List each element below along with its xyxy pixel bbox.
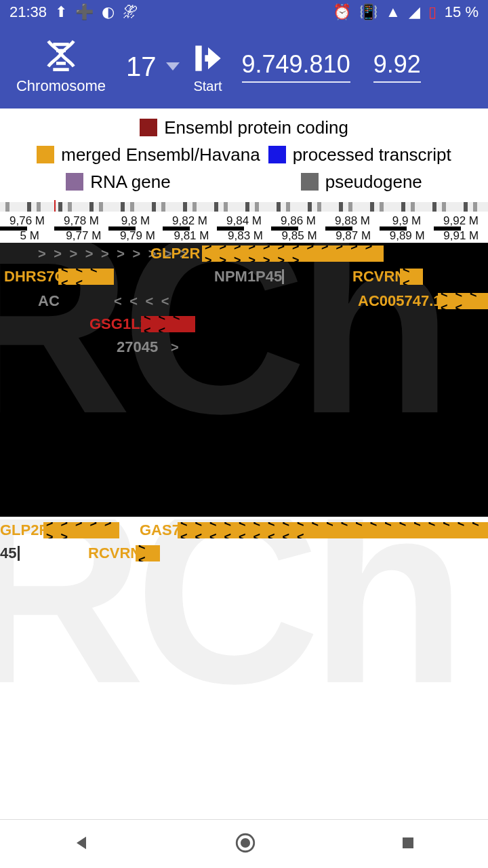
swatch-merged <box>37 146 54 163</box>
gene-element[interactable]: < < < < < <box>438 293 488 309</box>
chromosome-value: 17 <box>126 52 157 82</box>
chromosome-label: Chromosome <box>16 77 106 95</box>
wifi-icon: ▲ <box>386 3 401 21</box>
battery-plus-icon: ➕ <box>75 3 94 21</box>
start-label: Start <box>193 79 222 94</box>
gene-element[interactable]: GLP2R <box>0 521 49 539</box>
gene-track-bottom[interactable]: RCh GLP2R> > > > > > >GAS7< < < < < < < … <box>0 519 488 784</box>
firefox-icon: ◐ <box>102 3 115 21</box>
dna-icon <box>42 38 80 76</box>
battery-icon: ▯ <box>428 3 436 21</box>
axis-tick: 9,77 M <box>57 229 111 243</box>
app-bar: Chromosome 17 Start 9.749.810 9.92 <box>0 24 488 108</box>
axis-tick: 9,85 M <box>272 229 327 243</box>
swatch-ensembl <box>140 119 157 136</box>
gene-element[interactable]: < < < < < < < < < < < < < < < < < < < < … <box>178 522 488 538</box>
gene-element[interactable]: 45 <box>0 545 16 562</box>
gene-element[interactable]: GAS7 <box>140 521 180 539</box>
gene-element[interactable] <box>18 546 20 561</box>
chevron-down-icon <box>166 62 180 71</box>
gene-element[interactable]: < < < < < <box>58 269 114 285</box>
genome-axis[interactable]: 9,76 M9,78 M9,8 M9,82 M9,84 M9,86 M9,88 … <box>0 212 488 243</box>
gene-element[interactable]: RCVRN <box>88 545 141 562</box>
battery-percent: 15 % <box>445 3 479 21</box>
chromosome-selector[interactable]: 17 <box>126 52 180 82</box>
no-cloud-icon: ⛈̸ <box>123 3 138 21</box>
axis-tick: 9,92 M <box>434 214 488 228</box>
android-navbar <box>0 819 488 868</box>
gene-element[interactable]: > > > > > > > <box>43 522 119 538</box>
axis-tick: 9,89 M <box>380 229 434 243</box>
axis-tick: 9,8 M <box>108 214 163 228</box>
vibrate-icon: 📳 <box>359 3 378 21</box>
axis-tick: 9,78 M <box>54 214 108 228</box>
axis-tick: 9,79 M <box>110 229 165 243</box>
gene-element[interactable]: AC <box>38 292 60 310</box>
svg-rect-0 <box>195 45 201 71</box>
ideogram[interactable] <box>0 202 488 212</box>
recents-button[interactable] <box>400 835 416 854</box>
gene-element[interactable]: > <box>171 340 181 355</box>
gene-element[interactable]: < < < < <box>114 294 171 309</box>
svg-point-2 <box>241 837 250 847</box>
gene-element[interactable]: RCVRN <box>352 268 405 285</box>
axis-tick: 9,76 M <box>0 214 54 228</box>
goto-start-icon[interactable] <box>189 39 227 77</box>
axis-tick: 9,82 M <box>163 214 217 228</box>
swatch-processed <box>268 146 286 163</box>
svg-rect-3 <box>403 837 413 848</box>
swatch-rna <box>66 173 83 191</box>
signal-icon: ◢ <box>409 3 420 21</box>
gene-element[interactable]: 27045 <box>117 338 158 356</box>
gene-track-top[interactable]: RCh > > > > > > > > > >GLP2R> > > > > > … <box>0 243 488 517</box>
axis-tick: 5 M <box>3 229 57 243</box>
end-input[interactable]: 9.92 <box>373 50 421 83</box>
start-input[interactable]: 9.749.810 <box>242 50 350 83</box>
axis-tick: 9,86 M <box>271 214 325 228</box>
swatch-pseudo <box>301 173 319 191</box>
back-button[interactable] <box>72 833 91 855</box>
gene-element[interactable]: < < <box>136 545 160 561</box>
gene-element[interactable]: DHRS7C <box>4 268 65 285</box>
clock: 21:38 <box>9 3 47 21</box>
axis-tick: 9,83 M <box>218 229 272 243</box>
axis-tick: 9,88 M <box>325 214 380 228</box>
gene-element[interactable]: < < < < < <box>141 316 195 332</box>
gene-element[interactable]: AC005747.1 <box>358 292 442 310</box>
axis-tick: 9,91 M <box>434 229 489 243</box>
gene-element[interactable]: > > > > > > > > > > > > > > > > > > > <box>202 245 384 262</box>
android-status-bar: 21:38 ⬆ ➕ ◐ ⛈̸ ⏰ 📳 ▲ ◢ ▯ 15 % <box>0 0 488 24</box>
legend: Ensembl protein coding merged Ensembl/Ha… <box>0 108 488 201</box>
axis-tick: 9,9 M <box>380 214 434 228</box>
gene-element[interactable]: GLP2R <box>150 245 200 262</box>
gene-element[interactable]: NPM1P45 <box>214 268 282 285</box>
axis-tick: 9,87 M <box>326 229 380 243</box>
axis-tick: 9,84 M <box>217 214 271 228</box>
alarm-icon: ⏰ <box>333 3 351 21</box>
axis-tick: 9,81 M <box>165 229 219 243</box>
home-button[interactable] <box>234 831 257 857</box>
gene-element[interactable]: < < <box>400 269 423 285</box>
gene-element[interactable]: GSG1L2 <box>89 315 148 333</box>
upload-icon: ⬆ <box>55 3 67 21</box>
gene-element[interactable] <box>282 269 284 284</box>
